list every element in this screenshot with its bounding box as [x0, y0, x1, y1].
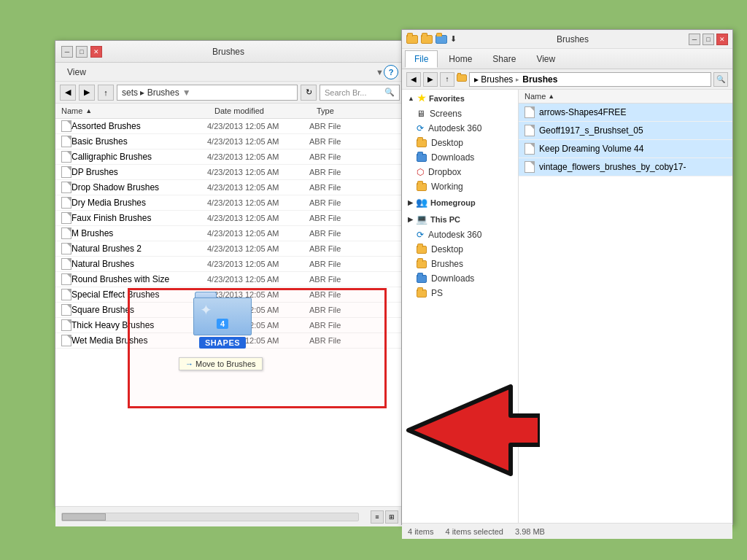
file-icon — [61, 182, 71, 193]
tab-home[interactable]: Home — [439, 50, 481, 68]
right-minimize-btn[interactable]: ─ — [689, 34, 700, 45]
file-icon — [61, 243, 71, 254]
refresh-button[interactable]: ↻ — [301, 85, 317, 101]
maximize-button[interactable]: □ — [76, 46, 88, 58]
sidebar-item-desktop-pc[interactable]: Desktop — [402, 242, 518, 257]
right-close-btn[interactable]: ✕ — [716, 34, 728, 45]
sidebar-item-ps-pc[interactable]: PS — [402, 286, 518, 300]
left-breadcrumb[interactable]: sets ▸ Brushes ▼ — [117, 85, 298, 101]
table-row[interactable]: M Brushes 4/23/2013 12:05 AM ABR File — [55, 226, 404, 241]
view-menu[interactable]: View — [61, 66, 92, 79]
right-toolbar: ◀ ▶ ↑ ▸ Brushes ▸ Brushes 🔍 — [402, 69, 732, 90]
list-item[interactable]: arrows-Shapes4FREE — [519, 104, 732, 122]
right-statusbar: 4 items 4 items selected 3.98 MB — [402, 523, 732, 539]
table-row[interactable]: Faux Finish Brushes 4/23/2013 12:05 AM A… — [55, 211, 404, 226]
autodesk-icon: ⟳ — [417, 123, 424, 133]
list-item[interactable]: Keep Dreaming Volume 44 — [519, 140, 732, 158]
sidebar-item-brushes-pc[interactable]: Brushes — [402, 257, 518, 271]
file-icon — [525, 106, 535, 118]
table-row[interactable]: Basic Brushes 4/23/2013 12:05 AM ABR Fil… — [55, 134, 404, 149]
right-search-btn[interactable]: 🔍 — [713, 72, 728, 87]
back-button[interactable]: ◀ — [60, 85, 76, 101]
favorites-header[interactable]: ▲ ★ Favorites — [402, 90, 518, 106]
favorites-label: Favorites — [429, 94, 465, 103]
right-back-btn[interactable]: ◀ — [406, 72, 421, 87]
sidebar-item-downloads-pc[interactable]: Downloads — [402, 271, 518, 286]
homegroup-icon: 👥 — [416, 197, 427, 208]
minimize-button[interactable]: ─ — [61, 46, 73, 58]
move-tooltip: Move to Brushes — [179, 357, 263, 370]
right-top-icons: ⬇ Brushes ─ □ ✕ — [402, 30, 732, 49]
ribbon-tabs: File Home Share View — [402, 49, 732, 69]
tab-view[interactable]: View — [527, 50, 565, 68]
file-icon — [61, 289, 71, 300]
right-folder-icon — [457, 74, 467, 85]
table-row[interactable]: Natural Brushes 2 4/23/2013 12:05 AM ABR… — [55, 241, 404, 257]
help-button[interactable]: ? — [384, 65, 398, 79]
tiles-view-button[interactable]: ⊞ — [385, 510, 398, 524]
table-row[interactable]: Round Brushes with Size 4/23/2013 12:05 … — [55, 272, 404, 287]
right-breadcrumb[interactable]: ▸ Brushes ▸ Brushes — [469, 72, 711, 87]
main-files-panel: Name ▲ arrows-Shapes4FREE Geoff1917_s_Br… — [519, 90, 732, 523]
file-icon — [61, 273, 71, 285]
left-toolbar: ◀ ▶ ↑ sets ▸ Brushes ▼ ↻ Search Br... 🔍 — [55, 82, 404, 104]
col-type-header[interactable]: Type — [317, 106, 375, 115]
right-up-btn[interactable]: ↑ — [440, 72, 454, 87]
right-content: ▲ ★ Favorites 🖥 Screens ⟳ Autodesk 360 D… — [402, 90, 732, 523]
table-row[interactable]: Assorted Brushes 4/23/2013 12:05 AM ABR … — [55, 119, 404, 134]
sidebar-item-working[interactable]: Working — [402, 179, 518, 194]
desktop-folder-icon — [417, 139, 427, 147]
homegroup-header[interactable]: ▶ 👥 Homegroup — [402, 194, 518, 211]
table-row[interactable]: Natural Brushes 4/23/2013 12:05 AM ABR F… — [55, 257, 404, 272]
item-count: 4 items — [408, 527, 433, 536]
horizontal-scrollbar[interactable] — [61, 513, 359, 521]
autodesk360-icon: ⟳ — [417, 230, 424, 240]
list-item[interactable]: Geoff1917_s_Brushset_05 — [519, 122, 732, 140]
thispc-icon: 💻 — [416, 214, 427, 225]
favorites-star-icon: ★ — [417, 93, 426, 104]
file-icon — [61, 166, 71, 178]
tab-file[interactable]: File — [405, 50, 438, 68]
right-forward-btn[interactable]: ▶ — [423, 72, 438, 87]
left-window: ─ □ ✕ Brushes View ▼ ? ◀ ▶ ↑ sets ▸ Brus… — [55, 40, 405, 507]
sidebar-item-autodesk[interactable]: ⟳ Autodesk 360 — [402, 121, 518, 136]
sidebar-item-downloads[interactable]: Downloads — [402, 150, 518, 165]
thispc-expand-icon: ▶ — [408, 216, 413, 223]
table-row[interactable]: Calligraphic Brushes 4/23/2013 12:05 AM … — [55, 149, 404, 165]
forward-button[interactable]: ▶ — [79, 85, 95, 101]
tab-share[interactable]: Share — [483, 50, 525, 68]
file-icon — [61, 319, 71, 331]
brushes-pc-icon — [417, 260, 427, 268]
table-row[interactable]: Drop Shadow Brushes 4/23/2013 12:05 AM A… — [55, 180, 404, 195]
folder-body: ✦ 4 — [193, 298, 252, 335]
details-view-button[interactable]: ≡ — [371, 510, 384, 524]
sidebar-item-screens[interactable]: 🖥 Screens — [402, 106, 518, 121]
new-folder-icon — [436, 35, 447, 44]
scrollbar-thumb[interactable] — [62, 513, 106, 521]
right-breadcrumb-text: ▸ Brushes — [474, 74, 513, 85]
sidebar-item-desktop[interactable]: Desktop — [402, 136, 518, 150]
shapes-folder-icon: ✦ 4 SHAPES — [186, 292, 259, 354]
search-icon[interactable]: 🔍 — [384, 88, 395, 97]
table-row[interactable]: DP Brushes 4/23/2013 12:05 AM ABR File — [55, 165, 404, 180]
close-button[interactable]: ✕ — [90, 46, 102, 58]
thispc-header[interactable]: ▶ 💻 This PC — [402, 211, 518, 228]
col-name-header[interactable]: Name ▲ — [61, 106, 214, 115]
list-item[interactable]: vintage_flowers_brushes_by_coby17- — [519, 158, 732, 176]
col-date-header[interactable]: Date modified — [214, 106, 317, 115]
file-icon — [61, 136, 71, 147]
file-icon — [61, 304, 71, 316]
folder-star-icon: ✦ — [200, 301, 212, 319]
table-row[interactable]: Dry Media Brushes 4/23/2013 12:05 AM ABR… — [55, 195, 404, 211]
shapes-label: SHAPES — [199, 337, 246, 349]
search-box[interactable]: Search Br... 🔍 — [320, 85, 400, 101]
working-folder-icon — [417, 183, 427, 191]
sidebar-item-autodesk360-pc[interactable]: ⟳ Autodesk 360 — [402, 228, 518, 242]
up-button[interactable]: ↑ — [98, 85, 114, 101]
sidebar-item-dropbox[interactable]: ⬡ Dropbox — [402, 165, 518, 179]
properties-icon: ⬇ — [450, 34, 457, 44]
file-icon — [525, 125, 535, 136]
right-window: ⬇ Brushes ─ □ ✕ File Home Share View ◀ ▶… — [401, 29, 733, 525]
ps-icon — [417, 289, 427, 298]
right-maximize-btn[interactable]: □ — [703, 34, 714, 45]
